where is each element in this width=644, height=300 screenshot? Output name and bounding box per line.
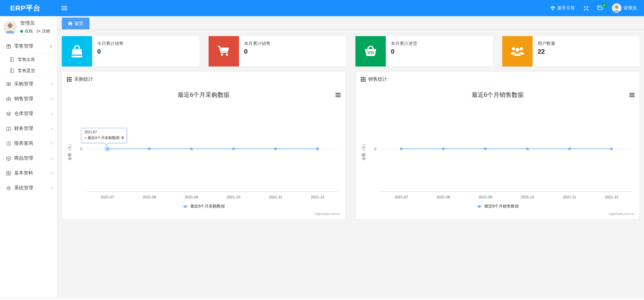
svg-text:0: 0 xyxy=(374,147,376,151)
sidebar-toggle-button[interactable] xyxy=(57,0,71,16)
panel-title: 销售统计 xyxy=(368,76,387,82)
sidebar-menu: 零售管理 ∨ 零售出库 零售退货 采购管理 ‹ 销售管理 xyxy=(0,39,57,195)
chart-credits: Highcharts.com.cn xyxy=(315,212,340,216)
svg-text:2021-12: 2021-12 xyxy=(605,195,618,199)
chart-legend-item[interactable]: 最近6个月采购数据 xyxy=(62,203,345,209)
retail-submenu: 零售出库 零售退货 xyxy=(0,54,57,77)
sidebar-item-label: 销售管理 xyxy=(14,96,33,102)
sidebar-item-finance[interactable]: 财务管理 ‹ xyxy=(0,121,57,136)
mail-badge: 0 xyxy=(602,3,607,7)
chevron-left-icon: ‹ xyxy=(51,156,52,161)
users-icon xyxy=(510,44,525,59)
cart-icon xyxy=(216,44,232,59)
legend-marker-icon xyxy=(183,206,188,207)
svg-text:0: 0 xyxy=(80,147,82,151)
stat-card-month-purchase: 本月累计进货 0 xyxy=(355,36,493,66)
tooltip-series-label: 最近6个月采购数据: xyxy=(88,136,120,140)
sidebar-item-label: 零售管理 xyxy=(14,43,33,49)
guide-button[interactable]: 新手引导 xyxy=(550,5,575,11)
legend-marker-icon xyxy=(477,206,482,207)
svg-text:2021-11: 2021-11 xyxy=(563,195,576,199)
gear-icon xyxy=(6,186,11,191)
sidebar-item-label: 采购管理 xyxy=(14,81,33,87)
purchase-stats-panel: 采购统计 最近6个月采购数据 0金额（元）2021-072021-082021-… xyxy=(62,72,346,219)
chevron-down-icon: ∨ xyxy=(49,44,52,49)
stat-value: 0 xyxy=(391,48,417,55)
sidebar-item-report[interactable]: 报表查询 ‹ xyxy=(0,136,57,151)
logout-button[interactable]: 注销 xyxy=(36,28,50,34)
logout-icon xyxy=(36,29,41,33)
svg-text:金额（元）: 金额（元） xyxy=(361,142,366,161)
sidebar-item-basic-data[interactable]: 基本资料 ‹ xyxy=(0,166,57,181)
chevron-left-icon: ‹ xyxy=(51,126,52,131)
avatar xyxy=(3,21,17,34)
svg-text:2021-11: 2021-11 xyxy=(269,195,282,199)
chart-plot[interactable]: 0金额（元）2021-072021-082021-092021-102021-1… xyxy=(356,87,639,219)
svg-text:2021-08: 2021-08 xyxy=(436,195,450,199)
shopping-bag-icon xyxy=(69,44,85,59)
tooltip-value: 0 xyxy=(122,136,124,140)
pie-chart-icon xyxy=(6,141,11,146)
purchase-chart: 最近6个月采购数据 0金额（元）2021-072021-082021-09202… xyxy=(62,87,345,219)
stat-value: 0 xyxy=(97,48,124,55)
grid-icon xyxy=(6,171,11,176)
user-block: 管理员 在线 注销 xyxy=(0,16,57,39)
svg-text:2021-09: 2021-09 xyxy=(185,195,198,199)
tab-home[interactable]: 首页 xyxy=(62,18,89,29)
gift-icon xyxy=(6,44,11,49)
sidebar-item-retail-outbound[interactable]: 零售出库 xyxy=(0,54,57,65)
tooltip-category: 2021-07 xyxy=(84,130,124,134)
layers-icon xyxy=(6,111,11,116)
stat-label: 今日累计销售 xyxy=(97,40,124,47)
gem-icon xyxy=(550,6,555,11)
sidebar-item-label: 仓库管理 xyxy=(14,111,33,117)
online-status-icon xyxy=(20,30,23,33)
sidebar-item-sales[interactable]: 销售管理 ‹ xyxy=(0,91,57,106)
notebook-icon xyxy=(9,68,15,73)
sidebar-item-label: 报表查询 xyxy=(14,140,33,146)
sidebar-item-warehouse[interactable]: 仓库管理 ‹ xyxy=(0,106,57,121)
username-label: 管理员 xyxy=(623,5,637,11)
tab-label: 首页 xyxy=(75,21,83,27)
guide-label: 新手引导 xyxy=(557,5,575,11)
box-3d-icon xyxy=(6,156,11,161)
chevron-left-icon: ‹ xyxy=(51,141,52,146)
sidebar-item-label: 商品管理 xyxy=(14,155,33,161)
sidebar-item-retail[interactable]: 零售管理 ∨ xyxy=(0,39,57,54)
panel-title: 采购统计 xyxy=(74,76,93,82)
fullscreen-button[interactable] xyxy=(584,6,589,11)
sidebar-item-label: 系统管理 xyxy=(14,185,33,191)
th-grid-icon xyxy=(361,77,366,82)
chart-tooltip: 2021-07 ●最近6个月采购数据: 0 xyxy=(81,128,127,143)
sidebar-item-purchase[interactable]: 采购管理 ‹ xyxy=(0,77,57,91)
svg-text:2021-08: 2021-08 xyxy=(142,195,156,199)
sidebar-item-retail-return[interactable]: 零售退货 xyxy=(0,65,57,76)
stat-card-today-sales: 今日累计销售 0 xyxy=(62,36,199,66)
tooltip-series-dot: ● xyxy=(84,136,87,140)
tab-bar: 首页 xyxy=(57,16,644,30)
stat-value: 22 xyxy=(538,48,555,55)
chat-loop-icon xyxy=(6,82,11,87)
chevron-left-icon: ‹ xyxy=(51,97,52,101)
messages-button[interactable]: 0 xyxy=(597,5,603,11)
open-book-icon xyxy=(6,126,11,131)
fullscreen-icon xyxy=(584,6,589,11)
chevron-left-icon: ‹ xyxy=(51,82,52,86)
sales-stats-panel: 销售统计 最近6个月销售数据 0金额（元）2021-072021-082021-… xyxy=(356,72,640,219)
svg-text:金额（元）: 金额（元） xyxy=(68,142,72,161)
sidebar-item-system[interactable]: 系统管理 ‹ xyxy=(0,181,57,195)
sidebar-item-goods[interactable]: 商品管理 ‹ xyxy=(0,151,57,166)
sidebar: 管理员 在线 注销 零售 xyxy=(0,16,57,297)
sidebar-item-label: 零售出库 xyxy=(18,57,35,63)
svg-text:2021-10: 2021-10 xyxy=(227,195,240,199)
chevron-left-icon: ‹ xyxy=(51,186,52,190)
chart-legend-item[interactable]: 最近6个月销售数据 xyxy=(356,203,639,209)
svg-text:2021-09: 2021-09 xyxy=(479,195,492,199)
stat-card-month-sales: 本月累计销售 0 xyxy=(209,36,346,66)
chart-plot[interactable]: 0金额（元）2021-072021-082021-092021-102021-1… xyxy=(62,87,345,219)
legend-label: 最近6个月采购数据 xyxy=(190,203,225,209)
svg-text:2021-07: 2021-07 xyxy=(101,195,114,199)
sidebar-username: 管理员 xyxy=(20,20,50,26)
user-menu[interactable]: 管理员 xyxy=(612,3,637,13)
page-footer xyxy=(0,297,644,300)
